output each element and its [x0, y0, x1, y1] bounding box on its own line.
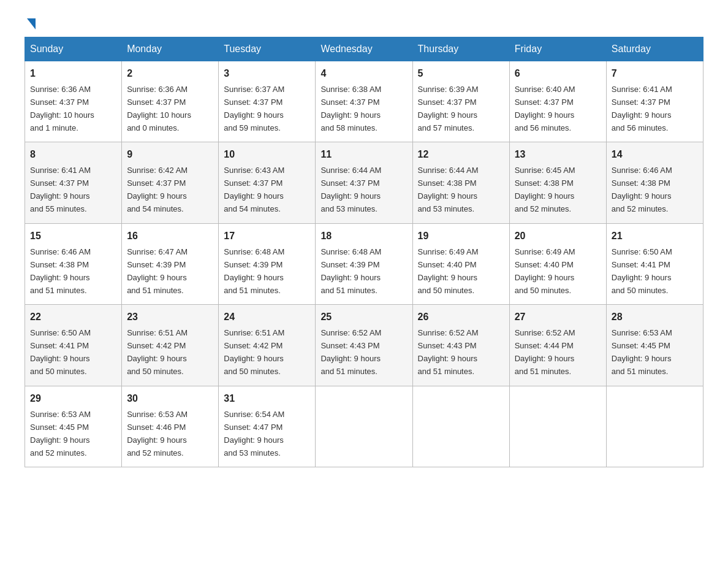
calendar-day-cell: 31 Sunrise: 6:54 AMSunset: 4:47 PMDaylig… — [219, 386, 316, 467]
calendar-day-cell: 4 Sunrise: 6:38 AMSunset: 4:37 PMDayligh… — [316, 61, 412, 142]
day-info: Sunrise: 6:44 AMSunset: 4:38 PMDaylight:… — [418, 166, 479, 213]
day-number: 12 — [418, 147, 504, 163]
calendar-day-cell: 3 Sunrise: 6:37 AMSunset: 4:37 PMDayligh… — [219, 61, 316, 142]
calendar-day-cell: 8 Sunrise: 6:41 AMSunset: 4:37 PMDayligh… — [25, 142, 122, 223]
day-info: Sunrise: 6:52 AMSunset: 4:43 PMDaylight:… — [320, 328, 381, 376]
calendar-day-cell: 9 Sunrise: 6:42 AMSunset: 4:37 PMDayligh… — [122, 142, 219, 223]
day-info: Sunrise: 6:52 AMSunset: 4:43 PMDaylight:… — [418, 328, 479, 376]
calendar-day-cell: 5 Sunrise: 6:39 AMSunset: 4:37 PMDayligh… — [412, 61, 509, 142]
calendar-day-cell: 21 Sunrise: 6:50 AMSunset: 4:41 PMDaylig… — [606, 223, 703, 304]
day-info: Sunrise: 6:41 AMSunset: 4:37 PMDaylight:… — [612, 85, 672, 132]
day-number: 15 — [30, 229, 116, 244]
day-number: 8 — [30, 147, 116, 163]
day-info: Sunrise: 6:40 AMSunset: 4:37 PMDaylight:… — [515, 85, 575, 132]
day-info: Sunrise: 6:41 AMSunset: 4:37 PMDaylight:… — [30, 166, 91, 213]
calendar-day-cell: 16 Sunrise: 6:47 AMSunset: 4:39 PMDaylig… — [122, 223, 219, 304]
calendar-day-cell — [316, 386, 412, 467]
calendar-day-cell — [606, 386, 703, 467]
day-number: 20 — [515, 229, 601, 244]
day-number: 17 — [224, 229, 310, 244]
calendar-day-cell — [412, 386, 509, 467]
calendar-week-row: 1 Sunrise: 6:36 AMSunset: 4:37 PMDayligh… — [25, 61, 703, 142]
day-number: 16 — [127, 229, 213, 244]
weekday-header-tuesday: Tuesday — [219, 37, 316, 61]
day-info: Sunrise: 6:54 AMSunset: 4:47 PMDaylight:… — [224, 410, 284, 458]
day-info: Sunrise: 6:53 AMSunset: 4:45 PMDaylight:… — [612, 328, 672, 376]
day-number: 27 — [515, 310, 601, 325]
calendar-day-cell: 13 Sunrise: 6:45 AMSunset: 4:38 PMDaylig… — [509, 142, 606, 223]
calendar-header: SundayMondayTuesdayWednesdayThursdayFrid… — [25, 37, 703, 61]
weekday-header-friday: Friday — [509, 37, 606, 61]
calendar-table: SundayMondayTuesdayWednesdayThursdayFrid… — [25, 37, 703, 467]
day-number: 22 — [30, 310, 116, 325]
day-number: 5 — [418, 66, 504, 82]
weekday-header-wednesday: Wednesday — [316, 37, 412, 61]
calendar-week-row: 8 Sunrise: 6:41 AMSunset: 4:37 PMDayligh… — [25, 142, 703, 223]
calendar-day-cell: 12 Sunrise: 6:44 AMSunset: 4:38 PMDaylig… — [412, 142, 509, 223]
calendar-week-row: 15 Sunrise: 6:46 AMSunset: 4:38 PMDaylig… — [25, 223, 703, 304]
day-number: 26 — [418, 310, 504, 325]
calendar-day-cell: 17 Sunrise: 6:48 AMSunset: 4:39 PMDaylig… — [219, 223, 316, 304]
calendar-day-cell — [509, 386, 606, 467]
calendar-day-cell: 30 Sunrise: 6:53 AMSunset: 4:46 PMDaylig… — [122, 386, 219, 467]
calendar-day-cell: 10 Sunrise: 6:43 AMSunset: 4:37 PMDaylig… — [219, 142, 316, 223]
day-info: Sunrise: 6:42 AMSunset: 4:37 PMDaylight:… — [127, 166, 188, 213]
logo — [25, 18, 36, 25]
day-info: Sunrise: 6:39 AMSunset: 4:37 PMDaylight:… — [418, 85, 479, 132]
day-info: Sunrise: 6:49 AMSunset: 4:40 PMDaylight:… — [515, 247, 575, 295]
weekday-header-sunday: Sunday — [25, 37, 122, 61]
day-number: 3 — [224, 66, 310, 82]
calendar-body: 1 Sunrise: 6:36 AMSunset: 4:37 PMDayligh… — [25, 61, 703, 467]
day-info: Sunrise: 6:53 AMSunset: 4:45 PMDaylight:… — [30, 410, 91, 458]
day-info: Sunrise: 6:44 AMSunset: 4:37 PMDaylight:… — [320, 166, 381, 213]
day-info: Sunrise: 6:36 AMSunset: 4:37 PMDaylight:… — [30, 85, 94, 132]
calendar-day-cell: 7 Sunrise: 6:41 AMSunset: 4:37 PMDayligh… — [606, 61, 703, 142]
calendar-week-row: 22 Sunrise: 6:50 AMSunset: 4:41 PMDaylig… — [25, 305, 703, 386]
day-number: 6 — [515, 66, 601, 82]
day-info: Sunrise: 6:37 AMSunset: 4:37 PMDaylight:… — [224, 85, 284, 132]
day-info: Sunrise: 6:50 AMSunset: 4:41 PMDaylight:… — [30, 328, 91, 376]
calendar-day-cell: 15 Sunrise: 6:46 AMSunset: 4:38 PMDaylig… — [25, 223, 122, 304]
day-number: 1 — [30, 66, 116, 82]
day-info: Sunrise: 6:53 AMSunset: 4:46 PMDaylight:… — [127, 410, 188, 458]
day-number: 24 — [224, 310, 310, 325]
logo-arrow-icon — [27, 18, 36, 29]
calendar-week-row: 29 Sunrise: 6:53 AMSunset: 4:45 PMDaylig… — [25, 386, 703, 467]
day-number: 18 — [320, 229, 407, 244]
calendar-day-cell: 24 Sunrise: 6:51 AMSunset: 4:42 PMDaylig… — [219, 305, 316, 386]
weekday-header-thursday: Thursday — [412, 37, 509, 61]
day-info: Sunrise: 6:45 AMSunset: 4:38 PMDaylight:… — [515, 166, 575, 213]
day-number: 25 — [320, 310, 407, 325]
day-number: 11 — [320, 147, 407, 163]
weekday-header-saturday: Saturday — [606, 37, 703, 61]
calendar-day-cell: 26 Sunrise: 6:52 AMSunset: 4:43 PMDaylig… — [412, 305, 509, 386]
day-number: 31 — [224, 391, 310, 407]
weekday-header-row: SundayMondayTuesdayWednesdayThursdayFrid… — [25, 37, 703, 61]
calendar-day-cell: 18 Sunrise: 6:48 AMSunset: 4:39 PMDaylig… — [316, 223, 412, 304]
calendar-day-cell: 25 Sunrise: 6:52 AMSunset: 4:43 PMDaylig… — [316, 305, 412, 386]
day-info: Sunrise: 6:51 AMSunset: 4:42 PMDaylight:… — [224, 328, 284, 376]
day-info: Sunrise: 6:38 AMSunset: 4:37 PMDaylight:… — [320, 85, 381, 132]
day-info: Sunrise: 6:49 AMSunset: 4:40 PMDaylight:… — [418, 247, 479, 295]
day-info: Sunrise: 6:48 AMSunset: 4:39 PMDaylight:… — [320, 247, 381, 295]
day-info: Sunrise: 6:48 AMSunset: 4:39 PMDaylight:… — [224, 247, 284, 295]
day-number: 2 — [127, 66, 213, 82]
day-number: 4 — [320, 66, 407, 82]
day-info: Sunrise: 6:51 AMSunset: 4:42 PMDaylight:… — [127, 328, 188, 376]
calendar-day-cell: 29 Sunrise: 6:53 AMSunset: 4:45 PMDaylig… — [25, 386, 122, 467]
calendar-day-cell: 28 Sunrise: 6:53 AMSunset: 4:45 PMDaylig… — [606, 305, 703, 386]
day-number: 21 — [612, 229, 698, 244]
day-number: 29 — [30, 391, 116, 407]
logo-general-text — [25, 18, 36, 28]
day-info: Sunrise: 6:36 AMSunset: 4:37 PMDaylight:… — [127, 85, 191, 132]
day-number: 9 — [127, 147, 213, 163]
day-info: Sunrise: 6:50 AMSunset: 4:41 PMDaylight:… — [612, 247, 672, 295]
calendar-day-cell: 1 Sunrise: 6:36 AMSunset: 4:37 PMDayligh… — [25, 61, 122, 142]
day-number: 13 — [515, 147, 601, 163]
calendar-day-cell: 20 Sunrise: 6:49 AMSunset: 4:40 PMDaylig… — [509, 223, 606, 304]
day-info: Sunrise: 6:46 AMSunset: 4:38 PMDaylight:… — [612, 166, 672, 213]
day-info: Sunrise: 6:46 AMSunset: 4:38 PMDaylight:… — [30, 247, 91, 295]
day-number: 10 — [224, 147, 310, 163]
calendar-day-cell: 6 Sunrise: 6:40 AMSunset: 4:37 PMDayligh… — [509, 61, 606, 142]
calendar-day-cell: 27 Sunrise: 6:52 AMSunset: 4:44 PMDaylig… — [509, 305, 606, 386]
